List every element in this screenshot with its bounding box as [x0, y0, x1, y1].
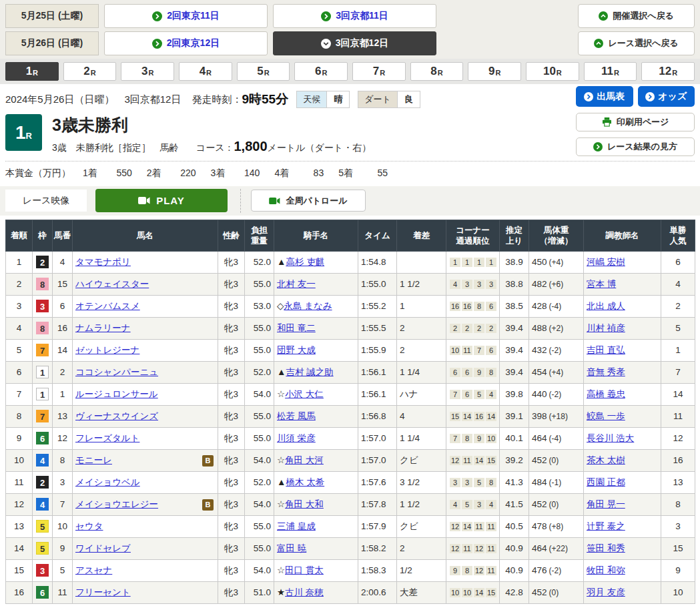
race-tab-4r[interactable]: 4R: [179, 62, 232, 81]
shutsuba-button[interactable]: 出馬表: [576, 86, 633, 107]
jockey-name-link[interactable]: 角田 大和: [285, 499, 324, 509]
horse-name-link[interactable]: ワイドセレブ: [75, 543, 131, 553]
table-row: 711ルージュロンサール牝354.0☆小沢 大仁1:56.1ハナ765439.8…: [6, 383, 695, 405]
trainer-name-link[interactable]: 羽月 友彦: [587, 587, 625, 597]
back-to-meeting-select-button[interactable]: 開催選択へ戻る: [578, 4, 695, 28]
jockey-name-link[interactable]: 北村 友一: [277, 279, 316, 289]
trainer-name-link[interactable]: 牧田 和弥: [587, 565, 625, 575]
meeting-button-kyoto-12-selected[interactable]: 3回京都12日: [273, 31, 436, 55]
column-header-馬体重（増減）: 馬体重（増減）: [529, 220, 584, 251]
trainer-name-link[interactable]: 川村 禎彦: [587, 323, 625, 333]
race-tab-9r[interactable]: 9R: [468, 62, 521, 81]
trainer-name-link[interactable]: 宮本 博: [587, 279, 616, 289]
trainer-name-link[interactable]: 北出 成人: [587, 301, 625, 311]
race-tab-2r[interactable]: 2R: [63, 62, 117, 81]
column-header-タイム: タイム: [358, 220, 397, 251]
race-tab-7r[interactable]: 7R: [352, 62, 406, 81]
video-camera-icon: [138, 196, 150, 205]
trainer-cell: 長谷川 浩大: [584, 427, 661, 449]
horse-name-link[interactable]: ナムラリーナ: [75, 323, 131, 333]
play-button[interactable]: PLAY: [95, 189, 228, 212]
meeting-button-tokyo-12[interactable]: 2回東京12日: [104, 31, 268, 55]
patrol-video-button[interactable]: 全周パトロール: [251, 190, 366, 212]
horse-name-link[interactable]: セウタ: [75, 521, 103, 531]
sex-age-cell: 牝3: [218, 405, 245, 427]
race-tab-10r[interactable]: 10R: [526, 62, 579, 81]
jockey-cell: 川須 栄彦: [274, 427, 358, 449]
trainer-name-link[interactable]: 吉田 直弘: [587, 345, 625, 355]
horse-name-link[interactable]: フレーズタルト: [75, 433, 139, 443]
spacer: [436, 4, 578, 28]
sex-age-cell: 牝3: [218, 339, 245, 361]
race-tab-1r[interactable]: 1R: [5, 62, 59, 81]
trainer-cell: 北出 成人: [584, 295, 661, 317]
horse-name-link[interactable]: モニーレ: [75, 455, 112, 465]
frame-cell: 3: [33, 295, 53, 317]
jockey-name-link[interactable]: 古川 奈穂: [285, 587, 324, 597]
jockey-name-link[interactable]: 和田 竜二: [277, 323, 316, 333]
trainer-name-link[interactable]: 音無 秀孝: [587, 367, 625, 377]
time-cell: 1:58.2: [358, 537, 397, 559]
race-tab-3r[interactable]: 3R: [121, 62, 174, 81]
race-tab-11r[interactable]: 11R: [584, 62, 637, 81]
results-guide-button[interactable]: レース結果の見方: [576, 137, 695, 156]
trainer-name-link[interactable]: 笹田 和秀: [587, 543, 625, 553]
horse-name-cell: ハイウェイスター: [73, 273, 218, 295]
horse-name-link[interactable]: フリーセント: [75, 587, 131, 597]
horse-name-link[interactable]: ハイウェイスター: [75, 279, 149, 289]
corner-position: 16: [450, 302, 460, 311]
race-tab-8r[interactable]: 8R: [410, 62, 464, 81]
corner-position: 15: [486, 588, 496, 597]
finish-position-cell: 10: [6, 449, 33, 471]
jockey-name-link[interactable]: 富田 暁: [277, 543, 306, 553]
race-tab-5r[interactable]: 5R: [237, 62, 290, 81]
time-cell: 1:55.5: [358, 317, 397, 339]
trainer-name-link[interactable]: 西園 正都: [587, 477, 625, 487]
horse-name-link[interactable]: ココシャンパーニュ: [75, 367, 158, 377]
jockey-name-link[interactable]: 団野 大成: [277, 345, 316, 355]
trainer-name-link[interactable]: 茶木 太樹: [587, 455, 625, 465]
horse-number-cell: 3: [53, 471, 73, 493]
jockey-name-link[interactable]: 永島 まなみ: [284, 301, 332, 311]
jockey-name-link[interactable]: 川須 栄彦: [277, 433, 316, 443]
horse-name-link[interactable]: ゼットレジーナ: [75, 345, 139, 355]
horse-name-link[interactable]: タマモナポリ: [75, 257, 131, 267]
trainer-name-link[interactable]: 高橋 義忠: [587, 389, 625, 399]
horse-name-link[interactable]: アスセナ: [75, 565, 112, 575]
finish-position-cell: 3: [6, 295, 33, 317]
trainer-name-link[interactable]: 鮫島 一歩: [587, 411, 625, 421]
horse-name-link[interactable]: メイショウベル: [75, 477, 140, 487]
jockey-name-link[interactable]: 高杉 吏麒: [286, 257, 324, 267]
odds-button[interactable]: オッズ: [638, 86, 695, 107]
trainer-name-link[interactable]: 河嶋 宏樹: [587, 257, 625, 267]
jockey-name-link[interactable]: 松若 風馬: [277, 411, 316, 421]
body-weight-cell: 478(+8): [529, 515, 584, 537]
jockey-name-link[interactable]: 田口 貫太: [285, 565, 324, 575]
trainer-name-link[interactable]: 長谷川 浩大: [587, 433, 634, 443]
jockey-name-link[interactable]: 橋木 太希: [286, 477, 324, 487]
corner-position: 11: [462, 544, 472, 553]
race-tab-suffix: R: [495, 69, 500, 77]
meeting-button-kyoto-11[interactable]: 3回京都11日: [273, 4, 436, 28]
body-weight-cell: 484(-1): [529, 471, 584, 493]
prize-amount: 220: [161, 168, 196, 180]
race-tab-number: 11: [601, 65, 613, 78]
print-page-button[interactable]: 印刷用ページ: [576, 113, 695, 131]
jockey-name-link[interactable]: 三浦 皇成: [277, 521, 316, 531]
horse-name-link[interactable]: ルージュロンサール: [75, 389, 158, 399]
table-row: 612ココシャンパーニュ牝352.0▲吉村 誠之助1:56.11 1/46698…: [6, 361, 695, 383]
jockey-name-link[interactable]: 吉村 誠之助: [286, 367, 333, 377]
horse-name-link[interactable]: メイショウエレジー: [75, 499, 158, 509]
race-tab-12r[interactable]: 12R: [641, 62, 695, 81]
horse-name-link[interactable]: ヴィーナスウインズ: [75, 411, 158, 421]
trainer-name-link[interactable]: 角田 晃一: [587, 499, 625, 509]
jockey-name-link[interactable]: 小沢 大仁: [285, 389, 324, 399]
trainer-name-link[interactable]: 辻野 泰之: [587, 521, 625, 531]
margin-cell: クビ: [397, 515, 446, 537]
race-tab-6r[interactable]: 6R: [294, 62, 348, 81]
back-to-race-select-button[interactable]: レース選択へ戻る: [578, 31, 695, 55]
jockey-name-link[interactable]: 角田 大河: [285, 455, 324, 465]
meeting-button-tokyo-11[interactable]: 2回東京11日: [104, 4, 268, 28]
horse-name-link[interactable]: オテンバムスメ: [75, 301, 140, 311]
table-row: 1459ワイドセレブ牝355.0富田 暁1:58.221211121140.94…: [6, 537, 695, 559]
